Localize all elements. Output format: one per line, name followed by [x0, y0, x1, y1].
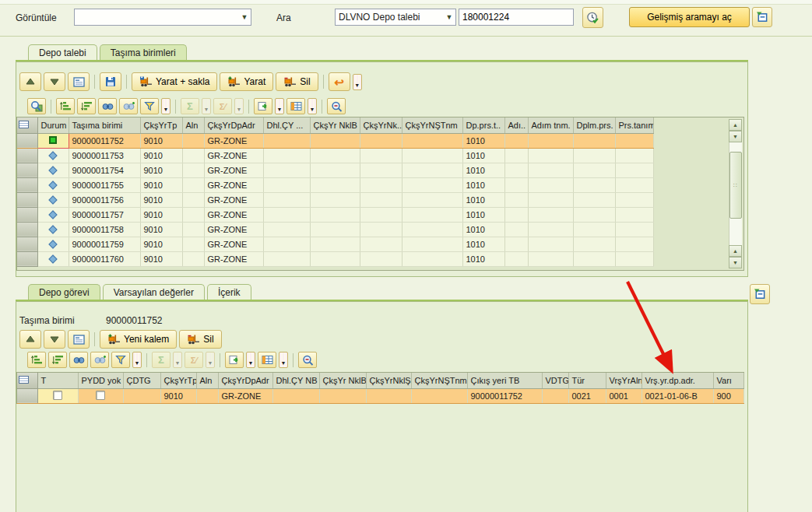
cell-dp-prs-t[interactable]: 1010 — [462, 177, 504, 192]
cell-taşıma-birimi[interactable]: 90000011757 — [69, 207, 140, 222]
cell-çkşyr-nklb[interactable] — [310, 148, 360, 163]
cell-varı[interactable]: 900 — [713, 388, 744, 403]
column-header-taşıma-birimi[interactable]: Taşıma birimi — [69, 117, 140, 133]
tab-taşıma-birimleri[interactable]: Taşıma birimleri — [100, 44, 187, 60]
cell-aln[interactable] — [196, 388, 218, 403]
cell-adım-tnm[interactable] — [528, 237, 573, 251]
filter-button[interactable] — [140, 98, 159, 114]
cell-çkşyr-nklb[interactable] — [310, 222, 360, 237]
filter-menu-button[interactable]: ▼ — [161, 98, 170, 114]
cell-aln[interactable] — [182, 251, 204, 266]
cell-prs-tanımı[interactable] — [615, 163, 654, 177]
subtotal-menu-button[interactable]: ▼ — [206, 352, 215, 368]
cell-dhl-çy[interactable] — [263, 251, 310, 266]
sum-button[interactable]: Σ — [152, 352, 170, 368]
choose-layout-menu-button[interactable]: ▼ — [308, 98, 317, 114]
cell-çkşyrnk[interactable] — [360, 133, 402, 148]
cell-dhl-çy[interactable] — [263, 237, 310, 251]
cell-adı[interactable] — [504, 207, 528, 222]
cell-dhl-çy[interactable] — [263, 192, 310, 207]
find-next-button[interactable] — [90, 352, 109, 368]
cell-taşıma-birimi[interactable]: 90000011752 — [69, 133, 140, 148]
undo-menu-button[interactable]: ▼ — [353, 74, 362, 90]
column-header-çkşyr-nklb[interactable]: ÇkşYr NklB — [310, 117, 360, 133]
cell-çkşyrdpadr[interactable]: GR-ZONE — [204, 163, 263, 177]
find-button[interactable] — [98, 98, 117, 114]
tab-varsayılan-değerler[interactable]: Varsayılan değerler — [103, 284, 205, 300]
cell-çkşyrtp[interactable]: 9010 — [140, 148, 182, 163]
cell-çkşyr-nklb[interactable] — [310, 177, 360, 192]
chevron-down-icon[interactable]: ▼ — [443, 13, 455, 21]
search-display-button[interactable] — [327, 98, 346, 114]
cell-çkşyrnk[interactable] — [360, 192, 402, 207]
row-selector[interactable] — [17, 192, 37, 207]
navigate-up-button[interactable] — [19, 330, 41, 349]
cell-çkşyrdpadr[interactable]: GR-ZONE — [204, 207, 263, 222]
column-header-çkşyrnştnm[interactable]: ÇkşYrNŞTnm — [402, 117, 462, 133]
cell-aln[interactable] — [182, 207, 204, 222]
column-header-vrşyraln[interactable]: VrşYrAln — [606, 373, 642, 388]
cell-aln[interactable] — [182, 133, 204, 148]
navigate-down-button[interactable] — [44, 72, 65, 91]
start-search-button[interactable] — [582, 7, 603, 28]
cell-çkşyrnştnm[interactable] — [402, 251, 462, 266]
cell-taşıma-birimi[interactable]: 90000011755 — [69, 177, 140, 192]
advanced-search-button[interactable]: Gelişmiş aramayı aç — [629, 7, 750, 27]
cell-taşıma-birimi[interactable]: 90000011758 — [69, 222, 140, 237]
cell-prs-tanımı[interactable] — [615, 192, 654, 207]
cell-adım-tnm[interactable] — [528, 251, 573, 266]
cell-prs-tanımı[interactable] — [615, 207, 654, 222]
cell-çkşyrdpadr[interactable]: GR-ZONE — [204, 177, 263, 192]
cell-çkşyrnştnm[interactable] — [402, 192, 462, 207]
detail-button[interactable] — [27, 98, 46, 114]
row-selector[interactable] — [17, 133, 37, 148]
column-header-pydd-yok[interactable]: PYDD yok — [78, 373, 123, 388]
create-button[interactable]: Yarat — [220, 72, 273, 91]
cell-durum[interactable] — [37, 133, 69, 148]
subtotal-button[interactable]: Σ⁄ — [213, 98, 232, 114]
scrollbar-track[interactable]: ∷ — [729, 142, 742, 245]
status-blue-diamond-icon[interactable] — [48, 181, 57, 189]
chevron-down-icon[interactable]: ▼ — [238, 13, 251, 21]
sum-menu-button[interactable]: ▼ — [173, 352, 182, 368]
cell-taşıma-birimi[interactable]: 90000011753 — [69, 148, 140, 163]
column-header-aln[interactable]: Aln — [182, 117, 204, 133]
row-selector[interactable] — [17, 207, 37, 222]
column-header-dplm-prs[interactable]: Dplm.prs. — [573, 117, 615, 133]
cell-çkşyrnk[interactable] — [360, 251, 402, 266]
tab-i-çerik[interactable]: İçerik — [207, 284, 251, 300]
cell-dp-prs-t[interactable]: 1010 — [462, 237, 504, 251]
cell-çkşyrtp[interactable]: 9010 — [140, 133, 182, 148]
cell-dp-prs-t[interactable]: 1010 — [462, 163, 504, 177]
cell-durum[interactable] — [37, 237, 69, 251]
cell-dhl-çy[interactable] — [263, 133, 310, 148]
cell-pydd-yok[interactable] — [78, 388, 123, 403]
column-header-adı[interactable]: Adı.. — [504, 117, 528, 133]
export-menu-button[interactable]: ▼ — [246, 352, 255, 368]
cell-aln[interactable] — [182, 192, 204, 207]
export-button[interactable] — [254, 98, 272, 114]
select-all-button[interactable] — [17, 117, 37, 133]
cell-durum[interactable] — [37, 163, 69, 177]
sort-descending-button[interactable] — [48, 352, 67, 368]
cell-çkşyr-nklb[interactable] — [310, 192, 360, 207]
cell-adı[interactable] — [504, 192, 528, 207]
cell-durum[interactable] — [37, 177, 69, 192]
export-menu-button[interactable]: ▼ — [275, 98, 284, 114]
cell-çkşyrtp[interactable]: 9010 — [140, 237, 182, 251]
status-blue-diamond-icon[interactable] — [48, 254, 57, 263]
display-combobox[interactable]: ▼ — [74, 9, 251, 26]
cell-dp-prs-t[interactable]: 1010 — [462, 222, 504, 237]
cell-dhl-çy[interactable] — [263, 163, 310, 177]
cell-çkşyrtp[interactable]: 9010 — [160, 388, 196, 403]
sort-ascending-button[interactable] — [56, 98, 75, 114]
sort-descending-button[interactable] — [77, 98, 96, 114]
cell-çkşyrdpadr[interactable]: GR-ZONE — [218, 388, 272, 403]
cell-adım-tnm[interactable] — [528, 148, 573, 163]
cell-çkşyrnklşi[interactable] — [366, 388, 411, 403]
cell-dhl-çy[interactable] — [263, 148, 310, 163]
cell-aln[interactable] — [182, 177, 204, 192]
row-selector[interactable] — [17, 237, 37, 251]
cell-taşıma-birimi[interactable]: 90000011759 — [69, 237, 140, 251]
choose-layout-menu-button[interactable]: ▼ — [279, 352, 288, 368]
